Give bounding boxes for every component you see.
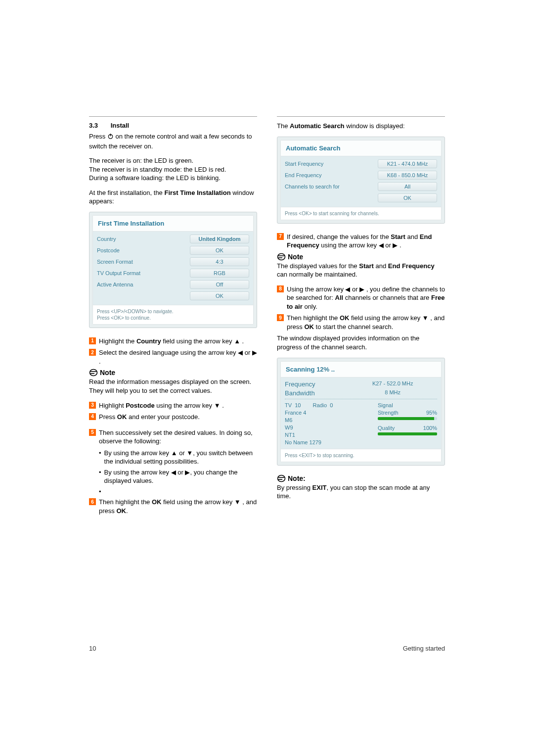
step-5: 5Then successively set the desired value… [89, 428, 257, 446]
section-heading: 3.3 Install [89, 122, 257, 129]
scan-freq-label: Frequency [285, 380, 348, 388]
note-1-head: Note [89, 369, 257, 377]
right-column: The Automatic Search window is displayed… [277, 116, 445, 519]
scan-quality-val: 100% [423, 425, 437, 431]
section-title: Install [111, 122, 130, 129]
panel3-title: Scanning 12% .. [281, 362, 441, 378]
left-column: 3.3 Install Press on the remote control … [89, 116, 257, 519]
step-badge-4: 4 [89, 413, 96, 420]
panel2-row-end-freq: End FrequencyK68 - 850.0 MHz [285, 171, 437, 180]
step-1: 1Highlight the Country field using the a… [89, 337, 257, 346]
note-2-body: The displayed values for the Start and E… [277, 262, 445, 279]
svg-point-8 [278, 475, 285, 481]
automatic-search-panel: Automatic Search Start FrequencyK21 - 47… [277, 137, 445, 224]
scan-radio-label: Radio [312, 402, 327, 408]
step-badge-2: 2 [89, 349, 96, 356]
panel1-row-postcode: PostcodeOK [97, 246, 249, 255]
step-badge-3: 3 [89, 402, 96, 409]
svg-point-5 [278, 253, 285, 260]
scan-channel: NT1 [285, 432, 295, 438]
step-badge-9: 9 [277, 314, 284, 321]
panel2-title: Automatic Search [281, 141, 441, 156]
panel2-row-ok: OK [285, 193, 437, 202]
power-icon [107, 133, 114, 142]
right-p2: The window displayed provides informatio… [277, 334, 445, 351]
panel1-row-ok: OK [97, 291, 249, 300]
intro-p5: At the first installation, the First Tim… [89, 189, 257, 206]
step-2: 2Select the desired language using the a… [89, 348, 257, 366]
step-badge-6: 6 [89, 498, 96, 505]
panel2-row-channels: Channels to search forAll [285, 182, 437, 191]
first-time-installation-panel: First Time Installation CountryUnited Ki… [89, 212, 257, 328]
scan-freq-val: K27 - 522.0 MHz [348, 380, 437, 388]
panel2-hint: Press <OK> to start scanning for channel… [281, 207, 441, 220]
chapter-label: Getting started [403, 645, 445, 652]
panel1-row-tv-output: TV Output FormatRGB [97, 269, 249, 278]
scan-quality-label: Quality [378, 425, 395, 431]
step-badge-1: 1 [89, 337, 96, 344]
bullet-3: • [89, 487, 257, 496]
step-8: 8Using the arrow key ◀ or ▶ , you define… [277, 285, 445, 311]
scan-strength-val: 95% [426, 410, 437, 416]
scan-bw-val: 8 MHz [348, 389, 437, 397]
note-2-head: Note [277, 253, 445, 261]
scan-channel: W9 [285, 425, 293, 430]
bullet-1: •By using the arrow key ▲ or ▼, you swit… [89, 449, 257, 466]
panel1-title: First Time Installation [93, 216, 253, 232]
step-7: 7If desired, change the values for the S… [277, 233, 445, 250]
panel1-row-country: CountryUnited Kingdom [97, 235, 249, 243]
note-icon [277, 253, 286, 261]
scan-channel: M6 [285, 417, 292, 423]
scanning-panel: Scanning 12% .. FrequencyK27 - 522.0 MHz… [277, 358, 445, 466]
step-3: 3Highlight Postcode using the arrow key … [89, 401, 257, 410]
panel3-hint: Press <EXIT> to stop scanning. [281, 449, 441, 462]
step-badge-8: 8 [277, 285, 284, 292]
step-4: 4Press OK and enter your postcode. [89, 413, 257, 422]
scan-strength-label: Strength [378, 410, 399, 416]
note-icon [89, 369, 98, 377]
note-3-head: Note: [277, 474, 445, 482]
step-badge-5: 5 [89, 429, 96, 436]
scan-tv-label: TV [285, 402, 292, 408]
right-p1: The Automatic Search window is displayed… [277, 122, 445, 131]
scan-channel: No Name 1279 [285, 439, 321, 445]
note-icon [277, 474, 286, 482]
bullet-2: •By using the arrow key ◀ or ▶, you chan… [89, 468, 257, 485]
panel2-row-start-freq: Start FrequencyK21 - 474.0 MHz [285, 159, 437, 168]
scan-channel: France 4 [285, 410, 306, 416]
quality-bar [378, 432, 437, 435]
scan-tv-val: 10 [295, 402, 301, 408]
step-6: 6Then highlight the OK field using the a… [89, 498, 257, 515]
scan-bw-label: Bandwidth [285, 389, 348, 397]
svg-point-2 [90, 370, 97, 376]
intro-block: The receiver is on: the LED is green. Th… [89, 156, 257, 183]
section-number: 3.3 [89, 122, 109, 129]
panel1-row-screen-format: Screen Format4:3 [97, 257, 249, 266]
strength-bar [378, 417, 437, 420]
page-footer: 10 Getting started [89, 645, 445, 652]
step-9: 9Then highlight the OK field using the a… [277, 314, 445, 331]
intro-p1: Press on the remote control and wait a f… [89, 132, 257, 150]
panel1-row-active-antenna: Active AntennaOff [97, 280, 249, 289]
section-rule-right [277, 116, 445, 117]
note-1-body: Read the information messages displayed … [89, 378, 257, 395]
scan-signal-label: Signal [378, 402, 393, 408]
section-rule [89, 116, 257, 117]
step-badge-7: 7 [277, 233, 284, 240]
panel1-hint: Press <UP>/<DOWN> to navigate. Press <OK… [93, 305, 253, 324]
scan-radio-val: 0 [330, 402, 333, 408]
note-3-body: By pressing EXIT, you can stop the scan … [277, 483, 445, 501]
page-number: 10 [89, 645, 96, 652]
